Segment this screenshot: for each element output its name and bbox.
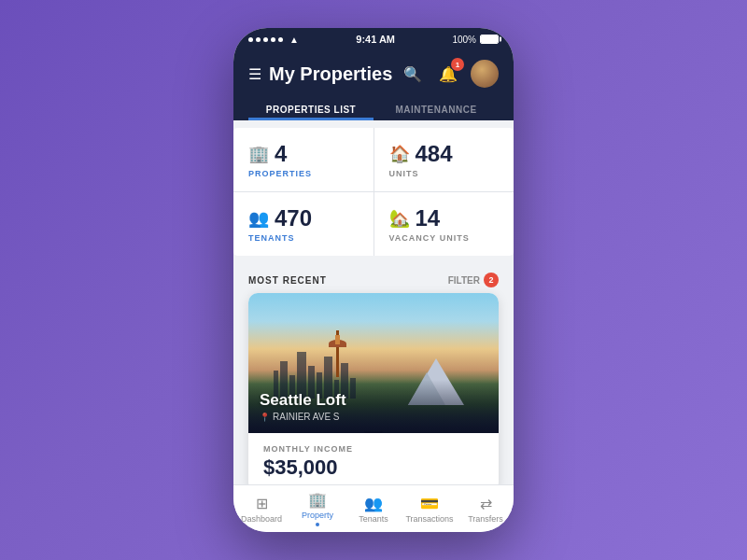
units-icon: 🏠: [389, 144, 410, 164]
tenants-nav-icon: 👥: [364, 495, 383, 512]
space-needle-decoration: [336, 330, 339, 377]
signal-dots: ▲: [248, 35, 299, 45]
property-image: Seattle Loft 📍 RAINIER AVE S: [248, 293, 499, 433]
tab-maintenance[interactable]: MAINTENANNCE: [374, 97, 499, 120]
bottom-navigation: ⊞ Dashboard 🏢 Property 👥 Tenants 💳 Trans…: [233, 484, 514, 532]
properties-icon: 🏢: [248, 144, 269, 164]
phone-container: ▲ 9:41 AM 100% ☰ My Properties 🔍 🔔 1: [233, 28, 514, 532]
income-section: MONTHLY INCOME $35,000: [248, 433, 499, 484]
units-label: UNITS: [389, 169, 500, 178]
stat-properties: 🏢 4 PROPERTIES: [233, 128, 374, 191]
vacancy-icon: 🏡: [389, 208, 410, 229]
income-label: MONTHLY INCOME: [263, 444, 484, 454]
stat-tenants: 👥 470 TENANTS: [233, 192, 374, 256]
vacancy-count: 14: [416, 205, 441, 231]
section-title: MOST RECENT: [248, 275, 327, 286]
tenants-count: 470: [275, 205, 312, 231]
vacancy-label: VACANCY UNITS: [389, 233, 500, 243]
search-icon: 🔍: [403, 65, 422, 83]
battery-percent: 100%: [452, 35, 476, 45]
wifi-icon: ▲: [289, 35, 299, 45]
stats-grid: 🏢 4 PROPERTIES 🏠 484 UNITS 👥 470 TENANTS: [233, 128, 514, 256]
property-card[interactable]: Seattle Loft 📍 RAINIER AVE S MONTHLY INC…: [248, 293, 499, 484]
units-count: 484: [416, 141, 453, 167]
property-address: 📍 RAINIER AVE S: [260, 412, 487, 422]
property-nav-icon: 🏢: [308, 491, 327, 509]
nav-transactions[interactable]: 💳 Transactions: [402, 485, 458, 532]
notifications-button[interactable]: 🔔 1: [435, 61, 461, 87]
section-header: MOST RECENT FILTER 2: [233, 263, 514, 293]
notification-badge: 1: [451, 58, 464, 71]
dashboard-icon: ⊞: [256, 495, 268, 512]
property-name: Seattle Loft: [260, 391, 487, 410]
income-amount: $35,000: [263, 455, 484, 480]
nav-dashboard[interactable]: ⊞ Dashboard: [233, 485, 289, 532]
status-bar: ▲ 9:41 AM 100%: [233, 28, 514, 50]
tab-bar: PROPERTIES LIST MAINTENANNCE: [248, 97, 499, 120]
battery-icon: [480, 35, 499, 44]
transactions-nav-icon: 💳: [420, 495, 439, 512]
nav-tenants[interactable]: 👥 Tenants: [345, 485, 402, 532]
search-button[interactable]: 🔍: [400, 61, 426, 87]
main-content: 🏢 4 PROPERTIES 🏠 484 UNITS 👥 470 TENANTS: [233, 120, 514, 484]
stat-vacancy: 🏡 14 VACANCY UNITS: [374, 192, 514, 256]
menu-button[interactable]: ☰: [248, 65, 261, 83]
status-time: 9:41 AM: [356, 34, 395, 45]
app-header: ☰ My Properties 🔍 🔔 1 PROPERTIES LIST: [233, 50, 514, 120]
properties-label: PROPERTIES: [248, 169, 359, 178]
user-avatar[interactable]: [471, 60, 499, 88]
tab-properties-list[interactable]: PROPERTIES LIST: [248, 97, 374, 120]
status-right: 100%: [452, 35, 499, 45]
properties-count: 4: [275, 141, 287, 167]
filter-label: FILTER: [448, 275, 480, 286]
filter-badge: 2: [484, 273, 499, 287]
tenants-icon: 👥: [248, 208, 269, 229]
transfers-nav-icon: ⇄: [480, 495, 492, 512]
filter-button[interactable]: FILTER 2: [448, 273, 499, 287]
location-pin-icon: 📍: [260, 413, 270, 422]
page-title: My Properties: [269, 63, 392, 85]
nav-transfers[interactable]: ⇄ Transfers: [458, 485, 514, 532]
stat-units: 🏠 484 UNITS: [374, 128, 514, 191]
nav-property[interactable]: 🏢 Property: [289, 485, 345, 532]
tenants-label: TENANTS: [248, 233, 359, 243]
